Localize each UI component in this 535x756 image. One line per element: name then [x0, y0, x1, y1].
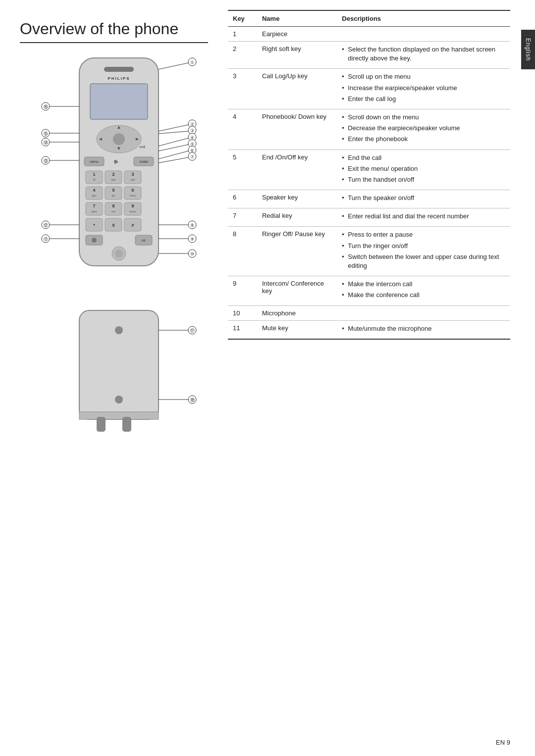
svg-line-68 — [159, 145, 188, 151]
svg-line-59 — [159, 125, 188, 131]
phone-diagram: PHILIPS ▲ ▼ ◄ ► menu 🔈 red — [20, 53, 208, 301]
svg-text:9: 9 — [131, 203, 134, 208]
name-cell: Speaker key — [257, 190, 337, 208]
svg-text:2: 2 — [112, 172, 114, 177]
key-cell: 7 — [228, 208, 257, 227]
svg-text:#: # — [131, 223, 134, 228]
table-row: 3Call Log/Up keyScroll up on the menuInc… — [228, 69, 510, 109]
key-cell: 9 — [228, 276, 257, 305]
svg-text:exit: exit — [140, 145, 145, 149]
key-description-table: Key Name Descriptions 1Earpiece2Right so… — [228, 10, 510, 340]
svg-text:✉: ✉ — [93, 178, 96, 181]
svg-point-13 — [114, 160, 117, 163]
name-cell: Right soft key — [257, 42, 337, 69]
desc-cell: End the callExit the menu/ operationTurn… — [337, 150, 510, 190]
desc-cell — [337, 27, 510, 42]
svg-rect-108 — [97, 417, 106, 432]
right-panel: Key Name Descriptions 1Earpiece2Right so… — [218, 0, 535, 756]
language-label: English — [525, 38, 532, 61]
desc-cell: Select the function displayed on the han… — [337, 42, 510, 69]
key-cell: 8 — [228, 227, 257, 276]
svg-text:tuv: tuv — [111, 210, 115, 213]
table-row: 10Microphone — [228, 305, 510, 320]
svg-point-9 — [113, 133, 125, 145]
svg-point-55 — [115, 250, 123, 257]
svg-text:⑯: ⑯ — [44, 104, 48, 109]
svg-text:1: 1 — [93, 172, 95, 177]
desc-item: Enter the call log — [342, 95, 505, 103]
language-tab: English — [521, 30, 535, 69]
name-cell: Mute key — [257, 320, 337, 339]
desc-cell: Scroll up on the menuIncrease the earpie… — [337, 69, 510, 109]
name-cell: Intercom/ Conference key — [257, 276, 337, 305]
base-station-diagram: ⑰ ⑱ — [20, 305, 208, 444]
key-cell: 2 — [228, 42, 257, 69]
svg-text:menu: menu — [90, 160, 99, 163]
col-header-name: Name — [257, 10, 337, 27]
desc-cell: Mute/unmute the microphone — [337, 320, 510, 339]
page-title: Overview of the phone — [20, 20, 208, 43]
key-cell: 1 — [228, 27, 257, 42]
svg-rect-1 — [104, 67, 134, 72]
desc-cell: Press to enter a pauseTurn the ringer on… — [337, 227, 510, 276]
desc-item: Exit the menu/ operation — [342, 164, 505, 173]
name-cell: Phonebook/ Down key — [257, 109, 337, 150]
table-row: 4Phonebook/ Down keyScroll down on the m… — [228, 109, 510, 150]
svg-text:⑱: ⑱ — [190, 398, 195, 403]
desc-item: Press to enter a pause — [342, 230, 505, 239]
svg-text:*: * — [93, 223, 95, 228]
name-cell: Earpiece — [257, 27, 337, 42]
table-row: 11Mute keyMute/unmute the microphone — [228, 320, 510, 339]
svg-rect-109 — [122, 417, 131, 432]
base-svg: ⑰ ⑱ — [20, 305, 208, 444]
svg-rect-3 — [90, 84, 148, 119]
svg-text:mno: mno — [130, 194, 136, 197]
svg-text:▼: ▼ — [116, 146, 121, 151]
desc-item: End the call — [342, 153, 505, 162]
col-header-desc: Descriptions — [337, 10, 510, 27]
svg-text:⑩: ⑩ — [190, 252, 194, 256]
svg-text:7: 7 — [93, 203, 95, 208]
key-cell: 11 — [228, 320, 257, 339]
svg-text:3: 3 — [131, 172, 134, 177]
svg-text:0: 0 — [112, 223, 114, 228]
svg-rect-107 — [79, 412, 159, 419]
svg-line-74 — [159, 157, 188, 163]
svg-text:⑰: ⑰ — [190, 328, 195, 333]
key-cell: 4 — [228, 109, 257, 150]
desc-item: Scroll up on the menu — [342, 72, 505, 81]
svg-text:⑦: ⑦ — [190, 154, 194, 159]
desc-item: Turn the speaker on/off — [342, 194, 505, 202]
desc-item: Enter redial list and dial the recent nu… — [342, 212, 505, 221]
svg-line-62 — [159, 131, 188, 134]
svg-text:PHILIPS: PHILIPS — [107, 76, 130, 81]
svg-text:abc: abc — [111, 178, 116, 181]
svg-text:def: def — [131, 178, 135, 181]
key-cell: 3 — [228, 69, 257, 109]
table-row: 8Ringer Off/ Pause keyPress to enter a p… — [228, 227, 510, 276]
svg-text:⑭: ⑭ — [44, 140, 48, 145]
svg-point-105 — [115, 326, 123, 334]
svg-text:◄: ◄ — [98, 136, 103, 142]
table-row: 9Intercom/ Conference keyMake the interc… — [228, 276, 510, 305]
desc-cell: Make the intercom callMake the conferenc… — [337, 276, 510, 305]
svg-point-106 — [115, 396, 123, 403]
desc-item: Mute/unmute the microphone — [342, 324, 505, 333]
svg-text:⑨: ⑨ — [190, 237, 194, 242]
table-row: 5End /On/Off keyEnd the callExit the men… — [228, 150, 510, 190]
svg-text:③: ③ — [190, 128, 194, 133]
svg-text:⑫: ⑫ — [44, 223, 48, 228]
svg-text:►: ► — [135, 136, 140, 142]
key-cell: 5 — [228, 150, 257, 190]
svg-text:redial: redial — [139, 160, 148, 163]
name-cell: Microphone — [257, 305, 337, 320]
col-header-key: Key — [228, 10, 257, 27]
svg-text:①: ① — [190, 60, 194, 65]
key-cell: 10 — [228, 305, 257, 320]
name-cell: Ringer Off/ Pause key — [257, 227, 337, 276]
desc-item: Turn the ringer on/off — [342, 242, 505, 251]
svg-line-56 — [159, 63, 188, 69]
desc-cell — [337, 305, 510, 320]
desc-cell: Scroll down on the menuDecrease the earp… — [337, 109, 510, 150]
svg-point-51 — [92, 238, 97, 243]
